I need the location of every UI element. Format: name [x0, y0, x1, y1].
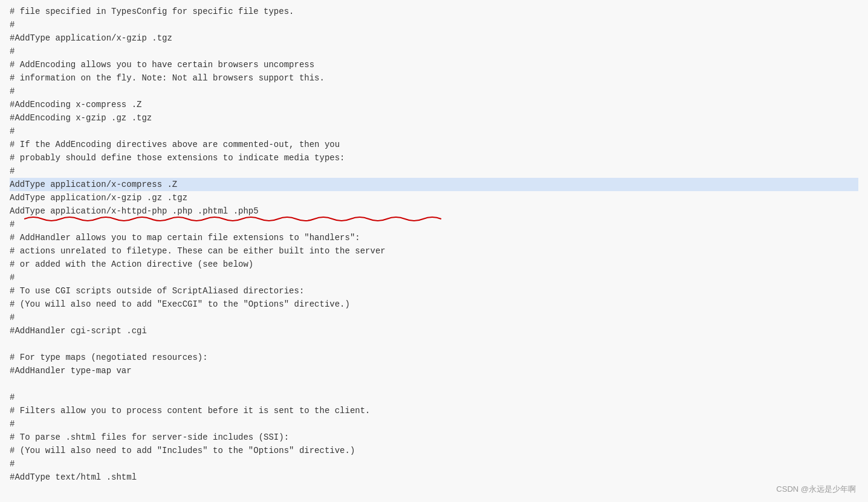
code-line: # — [10, 85, 858, 98]
code-line: #AddHandler cgi-script .cgi — [10, 324, 858, 337]
code-line: # AddHandler allows you to map certain f… — [10, 231, 858, 244]
code-line: # To use CGI scripts outside of ScriptAl… — [10, 284, 858, 298]
code-line: # For type maps (negotiated resources): — [10, 351, 858, 364]
code-line: #AddHandler type-map var — [10, 364, 858, 377]
code-line: # — [10, 311, 858, 324]
code-line: # If the AddEncoding directives above ar… — [10, 138, 858, 151]
code-line: # — [10, 417, 858, 431]
code-line: #AddEncoding x-gzip .gz .tgz — [10, 111, 858, 125]
code-line — [10, 337, 858, 351]
code-line: # — [10, 271, 858, 284]
code-line: #AddType text/html .shtml — [10, 471, 858, 484]
code-line: # — [10, 218, 858, 231]
code-line: # or added with the Action directive (se… — [10, 258, 858, 271]
code-line: #AddEncoding x-compress .Z — [10, 98, 858, 111]
code-line: # Filters allow you to process content b… — [10, 404, 858, 417]
code-line: # probably should define those extension… — [10, 151, 858, 165]
code-line: # — [10, 125, 858, 138]
code-viewer: # file specified in TypesConfig for spec… — [0, 0, 868, 502]
code-line: # To parse .shtml files for server-side … — [10, 431, 858, 444]
watermark-text: CSDN @永远是少年啊 — [776, 484, 856, 495]
code-line — [10, 377, 858, 391]
code-line: AddType application/x-httpd-php .php .ph… — [10, 204, 858, 218]
code-line: # — [10, 45, 858, 58]
code-line: AddType application/x-compress .Z — [10, 178, 858, 191]
code-lines: # file specified in TypesConfig for spec… — [10, 5, 858, 484]
code-line: # — [10, 391, 858, 404]
code-line: # file specified in TypesConfig for spec… — [10, 5, 858, 18]
code-line: # actions unrelated to filetype. These c… — [10, 244, 858, 258]
code-line: # — [10, 457, 858, 471]
code-line: # information on the fly. Note: Not all … — [10, 71, 858, 85]
code-line: # — [10, 18, 858, 31]
code-line: # (You will also need to add "Includes" … — [10, 444, 858, 457]
code-line: AddType application/x-gzip .gz .tgz — [10, 191, 858, 204]
code-line: # (You will also need to add "ExecCGI" t… — [10, 298, 858, 311]
code-line: #AddType application/x-gzip .tgz — [10, 31, 858, 45]
code-line: # AddEncoding allows you to have certain… — [10, 58, 858, 71]
code-line: # — [10, 165, 858, 178]
